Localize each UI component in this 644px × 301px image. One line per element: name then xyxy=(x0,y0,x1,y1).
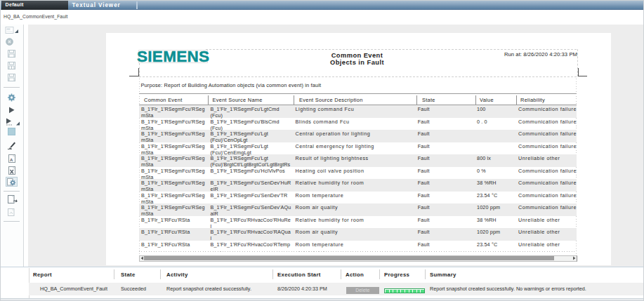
svg-text:A: A xyxy=(10,158,13,162)
